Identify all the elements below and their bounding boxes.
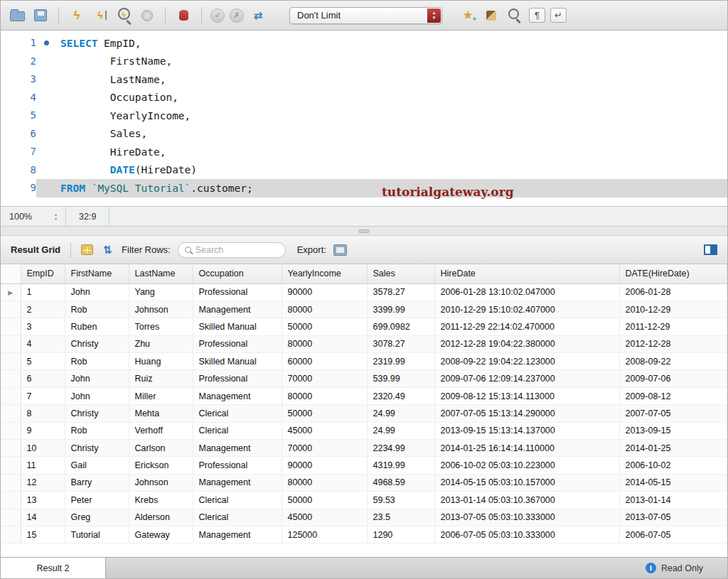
row-selector[interactable] bbox=[1, 492, 21, 509]
table-cell[interactable]: 2006-07-05 bbox=[619, 526, 727, 543]
table-cell[interactable]: Christy bbox=[65, 405, 129, 422]
find-icon[interactable] bbox=[505, 7, 524, 24]
autocommit-toggle-icon[interactable]: ⇄ bbox=[249, 7, 267, 24]
table-cell[interactable]: 2013-01-14 05:03:10.367000 bbox=[434, 492, 619, 509]
table-cell[interactable]: 699.0982 bbox=[367, 318, 434, 335]
table-cell[interactable]: 15 bbox=[21, 526, 65, 543]
table-cell[interactable]: Krebs bbox=[129, 492, 193, 509]
table-cell[interactable]: 2009-08-12 bbox=[619, 387, 727, 404]
table-cell[interactable]: 2013-09-15 15:13:14.137000 bbox=[434, 422, 619, 439]
zoom-control[interactable]: 100% ▴▾ bbox=[1, 207, 66, 226]
table-row[interactable]: 4ChristyZhuProfessional800003078.272012-… bbox=[1, 335, 727, 352]
table-cell[interactable]: Ruiz bbox=[129, 370, 193, 387]
table-cell[interactable]: 6 bbox=[21, 370, 65, 387]
table-row[interactable]: 7JohnMillerManagement800002320.492009-08… bbox=[1, 387, 727, 404]
wrap-text-icon[interactable]: ↵ bbox=[550, 8, 567, 23]
table-cell[interactable]: Greg bbox=[65, 509, 129, 526]
table-cell[interactable]: 10 bbox=[21, 440, 65, 457]
row-selector[interactable] bbox=[1, 422, 21, 439]
table-cell[interactable]: 14 bbox=[21, 509, 65, 526]
open-file-icon[interactable] bbox=[8, 7, 26, 24]
explain-plan-icon[interactable]: ϟ bbox=[114, 7, 133, 24]
table-cell[interactable]: Management bbox=[193, 440, 282, 457]
table-cell[interactable]: 2012-12-28 19:04:22.380000 bbox=[434, 335, 619, 352]
table-cell[interactable]: 2011-12-29 22:14:02.470000 bbox=[434, 318, 619, 335]
table-cell[interactable]: 24.99 bbox=[367, 422, 434, 439]
table-cell[interactable]: 2010-12-29 15:10:02.407000 bbox=[434, 301, 619, 318]
table-cell[interactable]: 2012-12-28 bbox=[619, 335, 727, 352]
table-cell[interactable]: Rob bbox=[65, 301, 129, 318]
code-line[interactable]: 5 YearlyIncome, bbox=[1, 107, 727, 125]
table-cell[interactable]: 125000 bbox=[282, 526, 367, 543]
rollback-icon[interactable]: ✗ bbox=[230, 9, 244, 23]
table-cell[interactable]: 80000 bbox=[282, 301, 367, 318]
table-cell[interactable]: 3078.27 bbox=[367, 335, 434, 352]
table-cell[interactable]: 70000 bbox=[282, 440, 367, 457]
zoom-stepper-icon[interactable]: ▴▾ bbox=[55, 212, 57, 221]
table-cell[interactable]: 90000 bbox=[282, 457, 367, 474]
table-cell[interactable]: 2014-01-25 bbox=[619, 440, 727, 457]
code-line[interactable]: 6 Sales, bbox=[1, 125, 727, 144]
table-row[interactable]: 9RobVerhoffClerical4500024.992013-09-15 … bbox=[1, 422, 727, 439]
code-line[interactable]: 9FROM `MySQL Tutorial`.customer; bbox=[1, 179, 727, 197]
table-cell[interactable]: Skilled Manual bbox=[193, 318, 282, 335]
code-line[interactable]: 3 LastName, bbox=[1, 70, 727, 89]
table-cell[interactable]: 2007-07-05 15:13:14.290000 bbox=[434, 405, 619, 422]
column-header[interactable]: FirstName bbox=[65, 264, 129, 283]
table-cell[interactable]: Management bbox=[193, 474, 282, 491]
column-header[interactable]: Sales bbox=[367, 264, 434, 283]
table-row[interactable]: 10ChristyCarlsonManagement700002234.9920… bbox=[1, 440, 727, 457]
table-cell[interactable]: 2007-07-05 bbox=[619, 405, 727, 422]
filter-search-input[interactable] bbox=[196, 245, 279, 255]
table-cell[interactable]: Johnson bbox=[129, 474, 193, 491]
table-cell[interactable]: 2234.99 bbox=[367, 440, 434, 457]
execute-script-icon[interactable]: ϟ bbox=[68, 7, 86, 24]
table-cell[interactable]: 2013-01-14 bbox=[619, 492, 727, 509]
table-cell[interactable]: 13 bbox=[21, 492, 65, 509]
table-cell[interactable]: Zhu bbox=[129, 335, 193, 352]
table-cell[interactable]: 2013-07-05 05:03:10.333000 bbox=[434, 509, 619, 526]
table-cell[interactable]: 23.5 bbox=[367, 509, 434, 526]
table-cell[interactable]: 50000 bbox=[282, 405, 367, 422]
table-cell[interactable]: 24.99 bbox=[367, 405, 434, 422]
column-header[interactable]: HireDate bbox=[434, 264, 619, 283]
table-cell[interactable]: 90000 bbox=[282, 283, 367, 301]
column-header[interactable]: LastName bbox=[129, 264, 193, 283]
table-cell[interactable]: 50000 bbox=[282, 492, 367, 509]
table-cell[interactable]: 2008-09-22 bbox=[619, 353, 727, 370]
table-cell[interactable]: 50000 bbox=[282, 318, 367, 335]
table-cell[interactable]: Clerical bbox=[193, 422, 282, 439]
table-cell[interactable]: 1 bbox=[21, 283, 65, 301]
table-cell[interactable]: 59.53 bbox=[367, 492, 434, 509]
export-icon[interactable] bbox=[333, 244, 347, 256]
table-cell[interactable]: 2009-07-06 bbox=[619, 370, 727, 387]
table-row[interactable]: 13PeterKrebsClerical5000059.532013-01-14… bbox=[1, 492, 727, 509]
row-selector[interactable] bbox=[1, 353, 21, 370]
table-cell[interactable]: 2320.49 bbox=[367, 387, 434, 404]
table-row[interactable]: 14GregAldersonClerical4500023.52013-07-0… bbox=[1, 509, 727, 526]
table-cell[interactable]: 2008-09-22 19:04:22.123000 bbox=[434, 353, 619, 370]
table-cell[interactable]: Management bbox=[193, 387, 282, 404]
table-row[interactable]: 3RubenTorresSkilled Manual50000699.09822… bbox=[1, 318, 727, 335]
sql-editor[interactable]: 1SELECT EmpID,2 FirstName,3 LastName,4 O… bbox=[1, 31, 727, 207]
row-selector[interactable] bbox=[1, 318, 21, 335]
row-selector[interactable] bbox=[1, 526, 21, 543]
table-cell[interactable]: 4 bbox=[21, 335, 65, 352]
table-cell[interactable]: 2009-07-06 12:09:14.237000 bbox=[434, 370, 619, 387]
table-cell[interactable]: 2014-05-15 05:03:10.157000 bbox=[434, 474, 619, 491]
table-cell[interactable]: Mehta bbox=[129, 405, 193, 422]
table-row[interactable]: 5RobHuangSkilled Manual600002319.992008-… bbox=[1, 353, 727, 370]
column-header[interactable]: YearlyIncome bbox=[282, 264, 367, 283]
table-cell[interactable]: 3 bbox=[21, 318, 65, 335]
invisible-characters-icon[interactable]: ¶ bbox=[529, 8, 545, 23]
table-cell[interactable]: Management bbox=[193, 526, 282, 543]
code-line[interactable]: 7 HireDate, bbox=[1, 143, 727, 161]
stop-query-icon[interactable] bbox=[138, 7, 156, 24]
splitter-handle-icon[interactable] bbox=[358, 229, 370, 233]
table-cell[interactable]: 2011-12-29 bbox=[619, 318, 727, 335]
table-cell[interactable]: Verhoff bbox=[129, 422, 193, 439]
code-line[interactable]: 8 DATE(HireDate) bbox=[1, 161, 727, 180]
table-cell[interactable]: Management bbox=[193, 301, 282, 318]
table-cell[interactable]: Johnson bbox=[129, 301, 193, 318]
tab-result-2[interactable]: Result 2 bbox=[1, 558, 106, 578]
